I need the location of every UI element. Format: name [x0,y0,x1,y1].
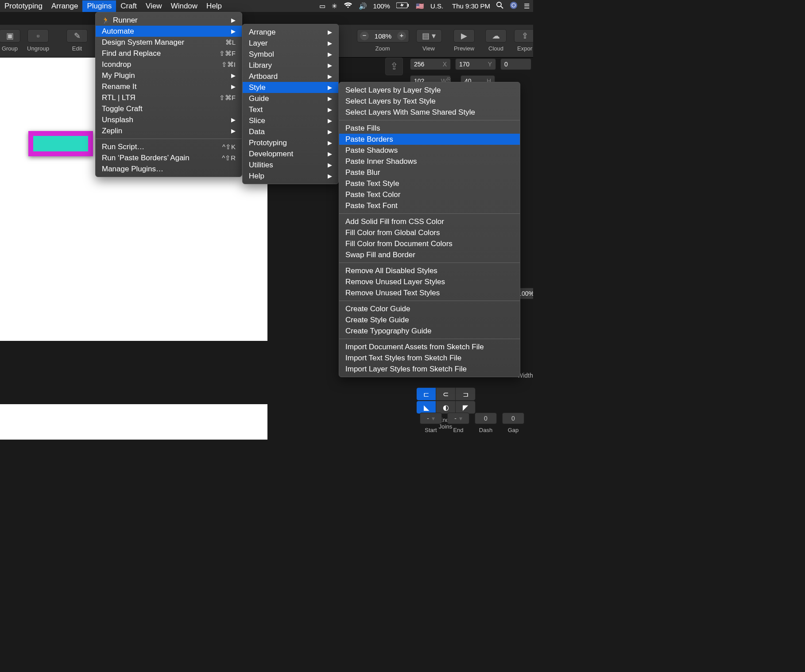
menu-item[interactable]: Icondrop⇧⌘I [96,59,242,70]
zoom-control[interactable]: − 108% + [357,29,409,42]
export-button[interactable]: ⇪ Expor [514,29,533,52]
menu-item[interactable]: Arrange▶ [243,27,338,38]
menu-item[interactable]: Run Script…^⇧K [96,141,242,152]
menu-item[interactable]: Text▶ [243,104,338,115]
menu-item[interactable]: Paste Inner Shadows [339,156,520,167]
menu-item[interactable]: Remove All Disabled Styles [339,265,520,276]
menu-item[interactable]: Utilities▶ [243,159,338,170]
menu-item[interactable]: Layer▶ [243,38,338,49]
wifi-icon[interactable] [344,2,352,10]
menu-item[interactable]: Development▶ [243,148,338,159]
menu-item[interactable]: My Plugin▶ [96,70,242,81]
menu-item[interactable]: Paste Fills [339,123,520,134]
x-field[interactable]: 256X [410,58,451,70]
menu-item[interactable]: Remove Unused Text Styles [339,287,520,298]
zoom-out-button[interactable]: − [360,31,369,40]
menu-item[interactable]: Import Text Styles from Sketch File [339,352,520,363]
share-icon[interactable]: ⇪ [385,58,403,75]
menu-plugins[interactable]: Plugins [82,0,116,12]
bluetooth-icon[interactable]: ✳ [332,2,337,10]
menu-item[interactable]: Slice▶ [243,115,338,126]
joins-opt-3[interactable]: ◤ [456,401,475,413]
menu-item[interactable]: Import Layer Styles from Sketch File [339,363,520,375]
menu-item[interactable]: Style▶ [243,82,338,93]
menu-item[interactable]: Select Layers by Layer Style [339,85,520,96]
start-field[interactable]: -▾Start [420,413,442,433]
artboard-2[interactable] [0,404,267,440]
menu-item[interactable]: Rename It▶ [96,81,242,92]
menu-item[interactable]: Create Color Guide [339,303,520,314]
style-menu[interactable]: Select Layers by Layer StyleSelect Layer… [339,82,520,377]
menu-item[interactable]: Paste Text Color [339,189,520,200]
ends-opt-2[interactable]: ⊂ [436,388,456,400]
cloud-button[interactable]: ☁ Cloud [484,29,508,52]
gap-field[interactable]: 0Gap [502,413,524,433]
extra-field[interactable]: 0 [500,58,531,70]
menu-item[interactable]: Manage Plugins… [96,163,242,174]
menu-item[interactable]: Zeplin▶ [96,125,242,136]
clock[interactable]: Thu 9:30 PM [452,2,490,10]
menu-item[interactable]: Swap Fill and Border [339,249,520,260]
menu-item[interactable]: RTL | LTЯ⇧⌘F [96,92,242,103]
menu-item[interactable]: Symbol▶ [243,49,338,60]
automate-menu[interactable]: Arrange▶Layer▶Symbol▶Library▶Artboard▶St… [242,24,339,184]
menu-item[interactable]: Unsplash▶ [96,114,242,125]
zoom-in-button[interactable]: + [397,31,406,40]
menu-item[interactable]: Paste Blur [339,167,520,178]
ungroup-button[interactable]: ▫ Ungroup [26,29,50,52]
menu-item[interactable]: Paste Text Style [339,178,520,189]
flag-icon[interactable]: 🇺🇸 [416,2,424,10]
menu-item[interactable]: Import Document Assets from Sketch File [339,341,520,352]
menu-window[interactable]: Window [166,0,202,12]
joins-opt-2[interactable]: ◐ [436,401,456,413]
menu-item[interactable]: Automate▶ [96,26,242,37]
menu-item[interactable]: Fill Color from Global Colors [339,227,520,238]
menu-item[interactable]: Library▶ [243,60,338,71]
joins-opt-1[interactable]: ◣ [417,401,436,413]
selected-shape[interactable] [28,131,93,156]
view-button[interactable]: ▤ ▾ View [416,29,441,52]
preview-button[interactable]: ▶ Preview [452,29,476,52]
menu-item[interactable]: Artboard▶ [243,71,338,82]
joins-segment[interactable]: ◣ ◐ ◤ [416,401,476,414]
menu-item[interactable]: Fill Color from Document Colors [339,238,520,249]
ends-opt-3[interactable]: ⊐ [456,388,475,400]
menu-item[interactable]: Select Layers by Text Style [339,96,520,107]
battery-icon[interactable] [396,2,410,10]
ends-opt-1[interactable]: ⊏ [417,388,436,400]
menu-craft[interactable]: Craft [116,0,141,12]
menu-item[interactable]: Prototyping▶ [243,137,338,148]
volume-icon[interactable]: 🔊 [359,2,367,10]
menu-help[interactable]: Help [202,0,226,12]
menu-item[interactable]: Paste Borders [339,134,520,145]
menu-item[interactable]: Help▶ [243,170,338,182]
airplay-icon[interactable]: ▭ [319,2,325,10]
menu-item[interactable]: Select Layers With Same Shared Style [339,107,520,118]
menu-item[interactable]: Find and Replace⇧⌘F [96,48,242,59]
input-source[interactable]: U.S. [430,2,443,10]
menu-item[interactable]: Run ‘Paste Borders’ Again^⇧R [96,152,242,163]
edit-button[interactable]: ✎ Edit [65,29,89,52]
ends-segment[interactable]: ⊏ ⊂ ⊐ [416,387,476,401]
plugins-menu[interactable]: 🏃Runner▶Automate▶Design System Manager⌘L… [95,12,242,177]
menu-arrange[interactable]: Arrange [47,0,82,12]
menu-prototyping[interactable]: Prototyping [0,0,47,12]
menu-item[interactable]: Create Style Guide [339,314,520,325]
menu-item[interactable]: Paste Shadows [339,145,520,156]
menu-item[interactable]: Paste Text Font [339,200,520,211]
notification-center-icon[interactable]: ☰ [524,2,530,10]
menu-item[interactable]: Add Solid Fill from CSS Color [339,216,520,227]
dash-field[interactable]: 0Dash [475,413,497,433]
menu-item[interactable]: Remove Unused Layer Styles [339,276,520,287]
menu-item[interactable]: Create Typography Guide [339,325,520,336]
menu-item[interactable]: Guide▶ [243,93,338,104]
menu-view[interactable]: View [141,0,166,12]
spotlight-icon[interactable] [496,2,503,10]
menu-item[interactable]: Toggle Craft [96,103,242,114]
end-field[interactable]: -▾End [447,413,469,433]
menu-item[interactable]: Data▶ [243,126,338,137]
siri-icon[interactable] [510,1,518,11]
group-button[interactable]: ▣ Group [0,29,22,52]
menu-item[interactable]: Design System Manager⌘L [96,37,242,48]
menu-item[interactable]: 🏃Runner▶ [96,15,242,26]
